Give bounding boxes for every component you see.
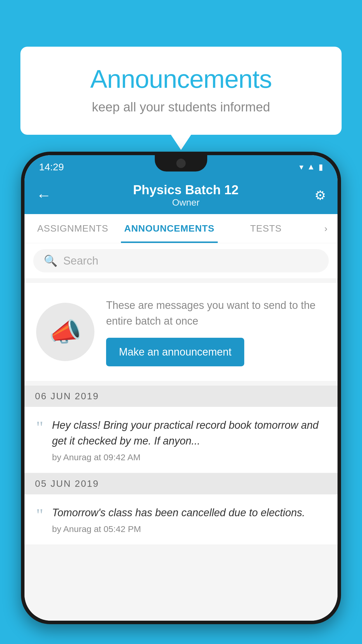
signal-icon: ▲ — [307, 162, 315, 172]
status-time: 14:29 — [39, 161, 64, 173]
search-placeholder: Search — [63, 255, 98, 267]
app-bar-title-wrap: Physics Batch 12 Owner — [57, 183, 314, 208]
megaphone-icon: 📣 — [49, 317, 82, 347]
status-icons: ▾ ▲ ▮ — [299, 162, 323, 172]
tab-tests[interactable]: TESTS — [218, 214, 314, 243]
tab-more[interactable]: › — [314, 214, 338, 243]
phone-camera — [176, 159, 186, 168]
content-area: 🔍 Search 📣 These are messages you want t… — [24, 243, 338, 621]
announcement-text-2: Tomorrow's class has been cancelled due … — [52, 505, 326, 521]
prompt-right: These are messages you want to send to t… — [106, 298, 326, 366]
settings-button[interactable]: ⚙ — [314, 188, 326, 203]
speech-bubble-wrapper: Announcements keep all your students inf… — [20, 47, 342, 135]
app-bar-subtitle: Owner — [57, 197, 314, 208]
quote-icon-2: " — [36, 508, 43, 522]
phone-screen: 14:29 ▾ ▲ ▮ ← Physics Batch 12 Owner ⚙ A… — [24, 155, 338, 621]
app-bar-title: Physics Batch 12 — [57, 183, 314, 197]
announcement-meta-2: by Anurag at 05:42 PM — [52, 524, 326, 534]
announcement-prompt: 📣 These are messages you want to send to… — [24, 283, 338, 381]
announcement-item-2[interactable]: " Tomorrow's class has been cancelled du… — [24, 494, 338, 545]
phone-wrapper: 14:29 ▾ ▲ ▮ ← Physics Batch 12 Owner ⚙ A… — [21, 152, 341, 644]
app-bar: ← Physics Batch 12 Owner ⚙ — [24, 176, 338, 214]
search-bar[interactable]: 🔍 Search — [33, 249, 329, 272]
date-separator-1: 06 JUN 2019 — [24, 386, 338, 407]
date-separator-2: 05 JUN 2019 — [24, 473, 338, 494]
speech-bubble-subtitle: keep all your students informed — [44, 100, 318, 114]
battery-icon: ▮ — [319, 162, 323, 172]
tabs-bar: ASSIGNMENTS ANNOUNCEMENTS TESTS › — [24, 214, 338, 243]
phone-outer: 14:29 ▾ ▲ ▮ ← Physics Batch 12 Owner ⚙ A… — [21, 152, 341, 624]
speech-bubble-title: Announcements — [44, 64, 318, 94]
back-button[interactable]: ← — [36, 186, 51, 204]
announcement-content-2: Tomorrow's class has been cancelled due … — [52, 505, 326, 534]
announcement-content-1: Hey class! Bring your practical record b… — [52, 417, 326, 462]
make-announcement-button[interactable]: Make an announcement — [106, 338, 244, 366]
tab-assignments[interactable]: ASSIGNMENTS — [24, 214, 121, 243]
announcement-text-1: Hey class! Bring your practical record b… — [52, 417, 326, 449]
announcement-meta-1: by Anurag at 09:42 AM — [52, 452, 326, 462]
search-icon: 🔍 — [44, 254, 57, 267]
quote-icon-1: " — [36, 420, 43, 434]
tab-announcements[interactable]: ANNOUNCEMENTS — [121, 214, 217, 243]
prompt-description: These are messages you want to send to t… — [106, 298, 326, 329]
search-container: 🔍 Search — [24, 243, 338, 278]
wifi-icon: ▾ — [299, 162, 303, 172]
megaphone-circle: 📣 — [36, 303, 94, 361]
phone-notch — [155, 155, 207, 172]
speech-bubble: Announcements keep all your students inf… — [20, 47, 342, 135]
announcement-item-1[interactable]: " Hey class! Bring your practical record… — [24, 407, 338, 473]
